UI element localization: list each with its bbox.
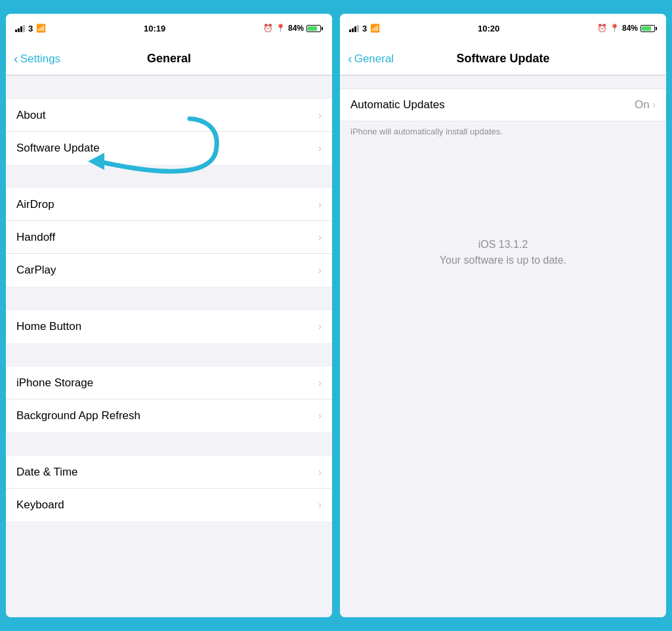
location-icon-right: 📍 [610,24,620,33]
ios-version: iOS 13.1.2 [478,239,528,251]
carplay-label: CarPlay [16,264,56,277]
automatic-updates-status: On [635,98,650,112]
time-display-right: 10:20 [478,24,499,33]
status-left: 3 📶 [15,24,46,33]
update-content: Automatic Updates On › iPhone will autom… [340,75,666,617]
back-button-right[interactable]: ‹ General [348,51,394,66]
iphone-storage-label: iPhone Storage [16,377,93,390]
about-label: About [16,109,45,122]
background-app-refresh-label: Background App Refresh [16,409,140,422]
settings-content-left: About › Software Update › [6,75,332,617]
nav-bar-left: ‹ Settings General [6,43,332,75]
settings-group-5: Date & Time › Keyboard › [6,456,332,521]
update-center: iOS 13.1.2 Your software is up to date. [340,239,666,266]
handoff-label: Handoff [16,231,55,244]
home-button-chevron: › [318,321,322,333]
chevron-right-icon-2: › [318,142,322,154]
handoff-row[interactable]: Handoff › [6,221,332,254]
chevron-right-icon-10: › [318,499,322,511]
section-gap-3 [6,287,332,310]
home-button-row[interactable]: Home Button › [6,310,332,343]
settings-group-1: About › Software Update › [6,99,332,165]
back-label-right: General [354,52,394,66]
settings-group-4: iPhone Storage › Background App Refresh … [6,367,332,432]
status-bar-right: 3 📶 10:20 ⏰ 📍 84% [340,14,666,43]
section-gap-5 [6,432,332,456]
status-left-right: 3 📶 [349,24,380,33]
chevron-right-icon-update: › [652,99,656,111]
section-gap-2 [6,165,332,188]
status-right-right: ⏰ 📍 84% [597,24,657,33]
airdrop-row[interactable]: AirDrop › [6,188,332,221]
software-update-chevron: › [318,142,322,154]
date-time-row[interactable]: Date & Time › [6,456,332,489]
ios-status: Your software is up to date. [440,254,566,266]
section-gap-4 [6,343,332,367]
alarm-icon-right: ⏰ [597,24,607,33]
right-phone-screen: 3 📶 10:20 ⏰ 📍 84% ‹ General Software Upd… [340,14,666,617]
chevron-right-icon-8: › [318,410,322,422]
automatic-updates-row[interactable]: Automatic Updates On › [340,89,666,121]
settings-group-3: Home Button › [6,310,332,343]
settings-group-2: AirDrop › Handoff › CarPlay › [6,188,332,287]
chevron-left-icon-right: ‹ [348,51,352,66]
chevron-right-icon-3: › [318,199,322,211]
status-right: ⏰ 📍 84% [263,24,323,33]
signal-number-right: 3 [362,24,367,33]
home-button-label: Home Button [16,320,81,333]
keyboard-label: Keyboard [16,499,64,512]
nav-bar-right: ‹ General Software Update [340,43,666,75]
carplay-row[interactable]: CarPlay › [6,254,332,287]
date-time-label: Date & Time [16,466,78,479]
back-button-left[interactable]: ‹ Settings [14,51,60,66]
carplay-chevron: › [318,264,322,276]
chevron-right-icon-5: › [318,264,322,276]
airdrop-chevron: › [318,199,322,211]
back-label-left: Settings [20,52,60,66]
signal-number: 3 [28,24,33,33]
battery-icon [306,25,323,32]
nav-title-left: General [147,52,191,66]
signal-icon-right [349,24,359,32]
date-time-chevron: › [318,466,322,478]
keyboard-chevron: › [318,499,322,511]
chevron-right-icon-9: › [318,466,322,478]
chevron-left-icon: ‹ [14,51,18,66]
signal-icon [15,24,25,32]
time-display: 10:19 [144,24,165,33]
battery-percent: 84% [288,24,304,33]
background-app-refresh-row[interactable]: Background App Refresh › [6,399,332,432]
left-phone-screen: 3 📶 10:19 ⏰ 📍 84% ‹ Settings General [6,14,332,617]
airdrop-label: AirDrop [16,198,54,211]
about-row[interactable]: About › [6,99,332,132]
wifi-icon: 📶 [36,24,46,33]
automatic-updates-value: On › [635,98,656,112]
chevron-right-icon-4: › [318,232,322,243]
update-description: iPhone will automatically install update… [340,121,666,147]
status-bar-left: 3 📶 10:19 ⏰ 📍 84% [6,14,332,43]
software-update-label: Software Update [16,142,100,155]
chevron-right-icon: › [318,110,322,121]
background-app-refresh-chevron: › [318,410,322,422]
iphone-storage-chevron: › [318,377,322,389]
nav-title-right: Software Update [456,52,549,66]
iphone-storage-row[interactable]: iPhone Storage › [6,367,332,399]
about-chevron: › [318,110,322,121]
chevron-right-icon-6: › [318,321,322,333]
automatic-updates-label: Automatic Updates [350,98,445,112]
alarm-icon: ⏰ [263,24,273,33]
wifi-icon-right: 📶 [370,24,380,33]
section-gap-top [6,75,332,99]
handoff-chevron: › [318,232,322,243]
battery-percent-right: 84% [622,24,638,33]
battery-icon-right [640,25,657,32]
location-icon: 📍 [276,24,285,33]
keyboard-row[interactable]: Keyboard › [6,489,332,521]
software-update-row[interactable]: Software Update › [6,132,332,165]
chevron-right-icon-7: › [318,377,322,389]
update-gap-top [340,75,666,82]
